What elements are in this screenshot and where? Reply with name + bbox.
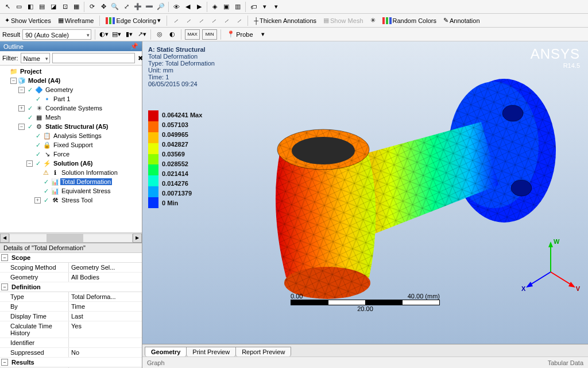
look-icon[interactable]: 👁: [171, 2, 181, 12]
edge-coloring-button[interactable]: Edge Coloring▾: [103, 15, 163, 26]
node-icon[interactable]: ⊡: [60, 2, 70, 12]
svg-point-5: [511, 180, 532, 196]
toolbar-icons: ↖ ▭ ◧ ▤ ◪ ⊡ ▦ ⟳ ✥ 🔍 ⤢ ➕ ➖ 🔎 👁 ◀ ▶ ◈ ▣ ▥ …: [0, 0, 588, 14]
prop-suppressed[interactable]: SuppressedNo: [0, 348, 142, 358]
svg-line-13: [529, 272, 551, 285]
outline-tree[interactable]: 📁Project −🧊Model (A4) −✓🔷Geometry ✓🔹Part…: [0, 66, 142, 232]
tree-force[interactable]: ✓↘Force: [0, 150, 142, 159]
tab-geometry[interactable]: Geometry: [145, 347, 187, 356]
prop-scoping-method[interactable]: Scoping MethodGeometry Sel...: [0, 263, 142, 273]
front-icon[interactable]: ▣: [221, 2, 231, 12]
svg-marker-16: [568, 282, 575, 288]
tree-totaldef[interactable]: ✓📊Total Deformation: [0, 177, 142, 186]
rotate-icon[interactable]: ⟳: [87, 2, 97, 12]
filter-bar: Filter: Name ✖ ▾: [0, 51, 142, 66]
right-icon[interactable]: ▥: [233, 2, 243, 12]
prop-display-time[interactable]: Display TimeLast: [0, 312, 142, 321]
zoom-box-icon[interactable]: 🔍: [110, 2, 120, 12]
outline-title: Outline: [3, 43, 24, 50]
h1-icon[interactable]: ⟋: [171, 16, 181, 26]
annotation-button[interactable]: ✎Annotation: [441, 15, 482, 26]
view3d[interactable]: A: Static Structural Total Deformation T…: [142, 41, 588, 344]
shaded-icon[interactable]: ◐▾: [99, 29, 109, 40]
svg-marker-12: [548, 241, 553, 247]
status-tabular: Tabular Data: [548, 359, 583, 366]
h6-icon[interactable]: ⟋: [234, 16, 244, 26]
zoom-out-icon[interactable]: ➖: [144, 2, 154, 12]
prop-calc-history[interactable]: Calculate Time HistoryYes: [0, 321, 142, 338]
tree-analysis[interactable]: ✓📋Analysis Settings: [0, 131, 142, 140]
thicken-annotations-button[interactable]: ┼Thicken Annotations: [252, 15, 319, 26]
details-header: Details of "Total Deformation": [0, 243, 142, 253]
result-mesh: [194, 64, 562, 317]
tree-static[interactable]: −✓⚙Static Structural (A5): [0, 122, 142, 131]
contour-icon[interactable]: ▤▾: [111, 29, 122, 40]
svg-marker-14: [526, 282, 533, 288]
tree-project[interactable]: 📁Project: [0, 67, 142, 76]
random-colors-button[interactable]: Random Colors: [380, 15, 439, 26]
gen-icon[interactable]: ▾: [260, 2, 270, 12]
select-icon[interactable]: ▭: [14, 2, 24, 12]
svg-point-4: [502, 105, 523, 121]
body-icon[interactable]: ◪: [48, 2, 59, 12]
iso-surf-icon[interactable]: ◎: [154, 29, 165, 40]
zoom-in-icon[interactable]: ➕: [133, 2, 143, 12]
prop-by[interactable]: ByTime: [0, 302, 142, 312]
h5-icon[interactable]: ⟋: [221, 16, 231, 26]
scale-dropdown[interactable]: 90 (Auto Scale): [22, 29, 91, 40]
tab-print-preview[interactable]: Print Preview: [186, 347, 236, 356]
tree-mesh[interactable]: ✓▦Mesh: [0, 113, 142, 122]
tree-solution[interactable]: −✓⚡Solution (A6): [0, 159, 142, 168]
probe-button[interactable]: 📍Probe: [225, 29, 255, 40]
tree-part1[interactable]: ✓🔹Part 1: [0, 94, 142, 103]
triad-icon[interactable]: ✳: [368, 15, 378, 26]
tree-geometry[interactable]: −✓🔷Geometry: [0, 85, 142, 94]
max-icon[interactable]: MAX: [185, 29, 200, 40]
cursor-icon[interactable]: ↖: [2, 2, 13, 12]
edge-icon[interactable]: ▤: [37, 2, 47, 12]
filter-input[interactable]: [52, 53, 135, 63]
tree-solinfo[interactable]: ⚠ℹSolution Information: [0, 168, 142, 177]
pin-icon[interactable]: 📌: [130, 43, 138, 50]
min-icon[interactable]: MIN: [202, 29, 217, 40]
iso-icon[interactable]: ◈: [210, 2, 220, 12]
h2-icon[interactable]: ⟋: [183, 16, 194, 26]
tree-stresstool[interactable]: +✓🛠Stress Tool: [0, 195, 142, 205]
show-mesh-button[interactable]: ▦Show Mesh: [321, 15, 365, 26]
tag-icon[interactable]: 🏷: [248, 2, 258, 12]
tree-hscroll[interactable]: ◀▶: [0, 232, 142, 243]
orientation-triad[interactable]: W X V: [525, 240, 577, 292]
tree-eqstress[interactable]: ✓📊Equivalent Stress: [0, 186, 142, 195]
viewport: A: Static Structural Total Deformation T…: [142, 41, 588, 368]
tree-coord[interactable]: +✓✳Coordinate Systems: [0, 103, 142, 113]
left-panel: Outline 📌 Filter: Name ✖ ▾ 📁Project −🧊Mo…: [0, 41, 142, 368]
tree-model[interactable]: −🧊Model (A4): [0, 76, 142, 85]
prev-icon[interactable]: ◀: [183, 2, 193, 12]
filter-label: Filter:: [2, 55, 18, 62]
h4-icon[interactable]: ⟋: [208, 16, 219, 26]
tab-report-preview[interactable]: Report Preview: [235, 347, 291, 356]
zoom-fit-icon[interactable]: ⤢: [121, 2, 131, 12]
prop-type[interactable]: TypeTotal Deforma...: [0, 292, 142, 302]
svg-line-15: [551, 272, 572, 285]
cap-icon[interactable]: ◐: [167, 29, 177, 40]
element-icon[interactable]: ▦: [71, 2, 82, 12]
prop-identifier[interactable]: Identifier: [0, 338, 142, 348]
more-icon[interactable]: ▾: [271, 2, 281, 12]
vector-icon[interactable]: ↗▾: [137, 29, 147, 40]
outline-header: Outline 📌: [0, 41, 142, 51]
pan-icon[interactable]: ✥: [98, 2, 109, 12]
next-icon[interactable]: ▶: [194, 2, 204, 12]
details-grid[interactable]: −Scope Scoping MethodGeometry Sel... Geo…: [0, 253, 142, 368]
magnify-icon[interactable]: 🔎: [156, 2, 166, 12]
probe-mode-icon[interactable]: ▾: [258, 29, 268, 40]
filter-mode-dropdown[interactable]: Name: [21, 53, 50, 63]
face-icon[interactable]: ◧: [25, 2, 36, 12]
show-vertices-button[interactable]: ✦Show Vertices: [2, 15, 53, 26]
main-area: Outline 📌 Filter: Name ✖ ▾ 📁Project −🧊Mo…: [0, 41, 588, 368]
h3-icon[interactable]: ⟋: [196, 16, 206, 26]
prop-geometry[interactable]: GeometryAll Bodies: [0, 273, 142, 282]
legend-icon[interactable]: ▮▾: [124, 29, 134, 40]
tree-fixed[interactable]: ✓🔒Fixed Support: [0, 140, 142, 150]
wireframe-button[interactable]: ▦Wireframe: [56, 15, 96, 26]
